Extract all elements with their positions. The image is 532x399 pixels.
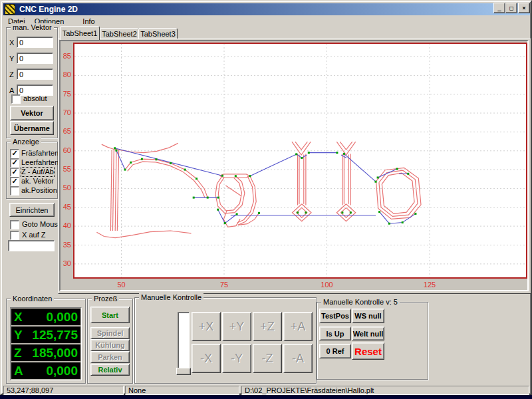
minimize-icon: _ — [497, 5, 501, 11]
mill-path — [115, 149, 116, 231]
app-window: CNC Engine 2D _ □ × Datei Optionen Info … — [0, 0, 532, 395]
x-auf-z-checkbox[interactable] — [10, 231, 19, 240]
mill-path — [113, 150, 114, 231]
minimize-button[interactable]: _ — [493, 3, 505, 13]
plot-canvas[interactable] — [73, 43, 527, 279]
z-field-label: Z — [9, 70, 14, 79]
ak-vektor-checkbox[interactable]: ✓ — [10, 177, 19, 186]
menu-info[interactable]: Info — [78, 16, 99, 27]
y-tick-label: 70 — [61, 108, 71, 116]
anzeige-title: Anzeige — [11, 138, 41, 146]
zero-ref-button[interactable]: 0 Ref — [319, 344, 351, 358]
rapid-move-path — [116, 150, 125, 170]
coord-row-x: X 0,000 — [11, 309, 80, 325]
fraesfahrten-label: Fräsfahrten — [21, 149, 59, 158]
screen: CNC Engine 2D _ □ × Datei Optionen Info … — [0, 0, 532, 399]
y-tick-label: 80 — [61, 70, 71, 78]
mill-path — [293, 204, 312, 221]
coord-axis-a: A — [14, 364, 23, 378]
koordinaten-title: Koordinaten — [11, 295, 54, 303]
vertex-dot — [156, 158, 158, 160]
vektor-button[interactable]: Vektor — [10, 106, 54, 120]
coord-row-z: Z 185,000 — [11, 344, 80, 361]
z-field[interactable] — [17, 68, 53, 80]
y-tick-label: 30 — [61, 259, 71, 267]
welt-null-button[interactable]: Welt null — [352, 327, 384, 340]
testpos-button[interactable]: TestPos — [319, 309, 351, 323]
manuelle-kontrolle-v-title: Manuelle Kontrolle v: 5 — [321, 298, 400, 306]
vertex-dot — [343, 153, 345, 155]
maximize-icon: □ — [509, 5, 513, 11]
y-tick-label: 75 — [61, 90, 71, 98]
speed-slider-thumb[interactable] — [176, 368, 191, 375]
coord-axis-y: Y — [14, 328, 23, 342]
x-auf-z-label: X auf Z — [22, 231, 45, 239]
relativ-button[interactable]: Relativ — [90, 364, 130, 376]
vertex-dot — [407, 173, 409, 175]
jog-plus-y-button[interactable]: +Y — [222, 312, 251, 341]
y-tick-label: 40 — [61, 221, 71, 229]
vertex-dot — [402, 221, 404, 223]
y-field-label: Y — [9, 55, 14, 63]
jog-plus-x-button[interactable]: +X — [192, 312, 221, 341]
jog-minus-y-button[interactable]: -Y — [222, 344, 251, 373]
vertex-dot — [217, 209, 219, 211]
mill-path — [336, 142, 355, 155]
tab-tabsheet3[interactable]: TabSheet3 — [138, 28, 178, 39]
ak-vektor-label: ak. Vektor — [21, 177, 54, 186]
coord-row-y: Y 125,775 — [11, 327, 80, 343]
y-tick-label: 35 — [61, 241, 71, 249]
jog-plus-z-button[interactable]: +Z — [253, 312, 282, 341]
manuelle-kontrolle-title: Manuelle Kontrolle — [139, 293, 203, 301]
parken-button[interactable]: Parken — [90, 351, 130, 363]
z-aufab-checkbox[interactable]: ✓ — [10, 168, 19, 177]
rapid-move-path — [218, 209, 237, 223]
mill-path — [225, 186, 241, 196]
maximize-button[interactable]: □ — [505, 3, 517, 13]
x-tick-label: 100 — [320, 281, 334, 289]
ak-position-checkbox[interactable] — [10, 186, 19, 196]
vertex-dot — [350, 211, 352, 213]
status-coordinates: 53,247;88,097 — [3, 386, 124, 395]
kuehlung-button[interactable]: Kühlung — [90, 339, 130, 351]
coord-value-x: 0,000 — [46, 310, 78, 325]
vertex-dot — [207, 197, 209, 199]
goto-mouse-label: Goto Mouse — [22, 220, 62, 229]
tab-tabsheet1[interactable]: TabSheet1 — [60, 26, 100, 40]
coord-axis-z: Z — [14, 346, 22, 360]
jog-plus-a-button[interactable]: +A — [283, 312, 313, 341]
vertex-dot — [375, 181, 377, 183]
x-field-label: X — [9, 39, 14, 47]
vertex-dot — [170, 162, 172, 164]
jog-minus-x-button[interactable]: -X — [192, 344, 221, 373]
y-field[interactable] — [17, 53, 53, 64]
y-tick-label: 60 — [61, 146, 71, 154]
speed-slider-track[interactable] — [178, 312, 190, 370]
jog-minus-a-button[interactable]: -A — [283, 344, 313, 373]
y-tick-label: 65 — [61, 127, 71, 135]
x-tick-label: 50 — [114, 281, 129, 289]
uebername-button[interactable]: Übername — [10, 121, 54, 135]
close-button[interactable]: × — [518, 3, 530, 13]
vertex-dot — [235, 175, 237, 177]
absolut-checkbox[interactable] — [11, 94, 21, 104]
jog-minus-z-button[interactable]: -Z — [253, 344, 282, 373]
toolpath-plot — [74, 44, 526, 277]
goto-mouse-checkbox[interactable] — [10, 220, 19, 229]
is-up-button[interactable]: Is Up — [319, 327, 351, 340]
vertex-dot — [258, 212, 260, 214]
koordinaten-group: Koordinaten X 0,000 Y 125,775 Z 185,000 … — [6, 299, 86, 384]
misc-input[interactable] — [8, 240, 55, 251]
leerfahrten-checkbox[interactable]: ✓ — [10, 158, 19, 168]
vertex-dot — [130, 162, 132, 164]
start-button[interactable]: Start — [90, 307, 130, 323]
reset-button[interactable]: Reset — [352, 342, 384, 360]
title-bar[interactable]: CNC Engine 2D — [3, 3, 530, 15]
einrichten-button[interactable]: Einrichten — [9, 203, 55, 217]
coord-row-a: A 0,000 — [11, 362, 80, 379]
ws-null-button[interactable]: WS null — [352, 309, 384, 323]
x-field[interactable] — [17, 37, 53, 48]
tab-tabsheet2[interactable]: TabSheet2 — [100, 28, 139, 39]
fraesfahrten-checkbox[interactable]: ✓ — [10, 149, 19, 158]
spindel-button[interactable]: Spindel — [90, 327, 130, 339]
